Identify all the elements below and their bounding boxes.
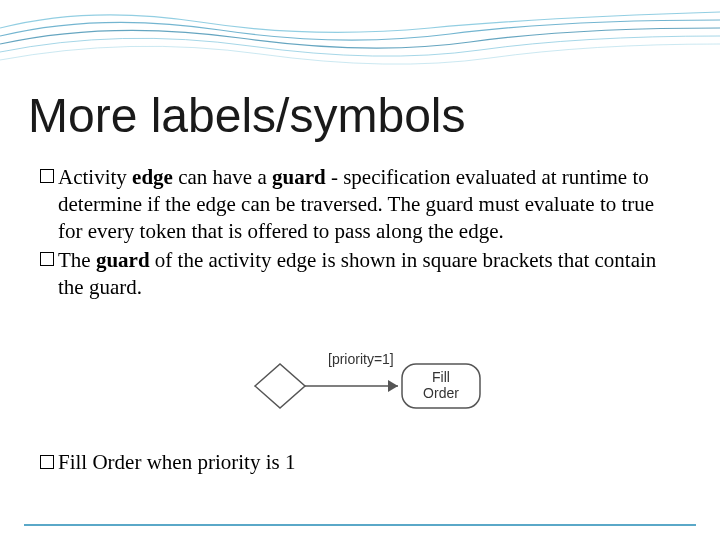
caption: Fill Order when priority is 1 — [40, 450, 680, 475]
bullet-icon — [40, 252, 54, 266]
bottom-accent-line — [24, 524, 696, 526]
arrowhead-icon — [388, 380, 398, 392]
bullet-icon — [40, 455, 54, 469]
action-label-line2: Order — [423, 385, 459, 401]
bullet-2: The guard of the activity edge is shown … — [40, 247, 680, 301]
bullet-1: Activity edge can have a guard - specifi… — [40, 164, 680, 245]
uml-diagram: [priority=1] Fill Order — [220, 336, 500, 431]
bullet-2-text: The guard of the activity edge is shown … — [58, 247, 680, 301]
guard-label: [priority=1] — [328, 351, 394, 367]
bullet-1-text: Activity edge can have a guard - specifi… — [58, 164, 680, 245]
wave-decoration — [0, 0, 720, 75]
decision-node-icon — [255, 364, 305, 408]
caption-text: Fill Order when priority is 1 — [58, 450, 295, 475]
action-label-line1: Fill — [432, 369, 450, 385]
slide-title: More labels/symbols — [28, 88, 465, 143]
slide: More labels/symbols Activity edge can ha… — [0, 0, 720, 540]
bullet-icon — [40, 169, 54, 183]
slide-content: Activity edge can have a guard - specifi… — [40, 164, 680, 302]
